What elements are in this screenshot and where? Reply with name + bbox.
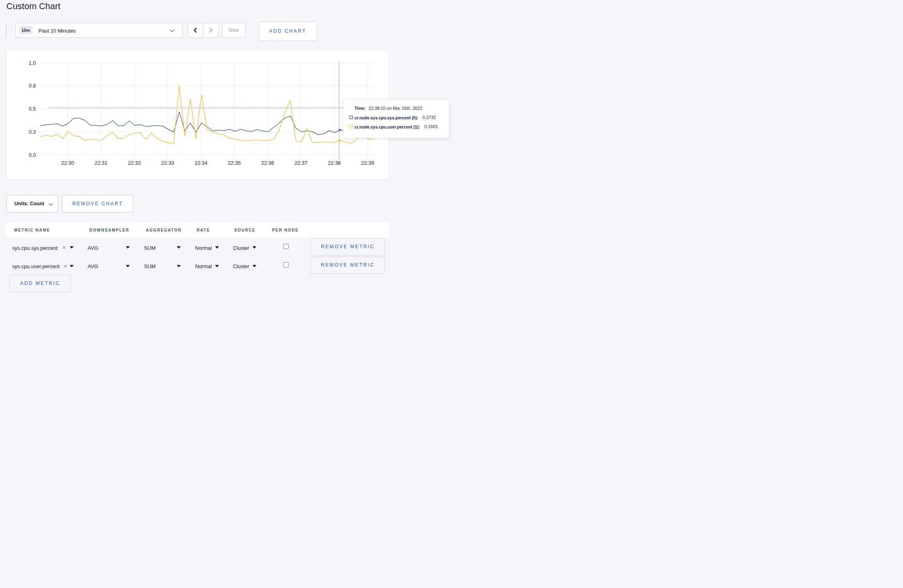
svg-text:0.8: 0.8 <box>29 83 36 89</box>
svg-text:22:34: 22:34 <box>195 160 208 166</box>
svg-text:22:31: 22:31 <box>94 160 108 166</box>
svg-text:22:36: 22:36 <box>261 160 274 166</box>
svg-text:22:33: 22:33 <box>161 160 174 166</box>
svg-text:22:37: 22:37 <box>295 160 308 166</box>
svg-text:0.0: 0.0 <box>29 152 36 158</box>
svg-text:1.0: 1.0 <box>29 60 36 66</box>
svg-text:22:35: 22:35 <box>228 160 241 166</box>
svg-text:0.5: 0.5 <box>29 106 36 112</box>
svg-text:22:32: 22:32 <box>128 160 141 166</box>
svg-text:22:38: 22:38 <box>328 160 341 166</box>
svg-text:0.3: 0.3 <box>29 129 36 135</box>
svg-text:22:30: 22:30 <box>61 160 74 166</box>
svg-text:22:39: 22:39 <box>361 160 374 166</box>
